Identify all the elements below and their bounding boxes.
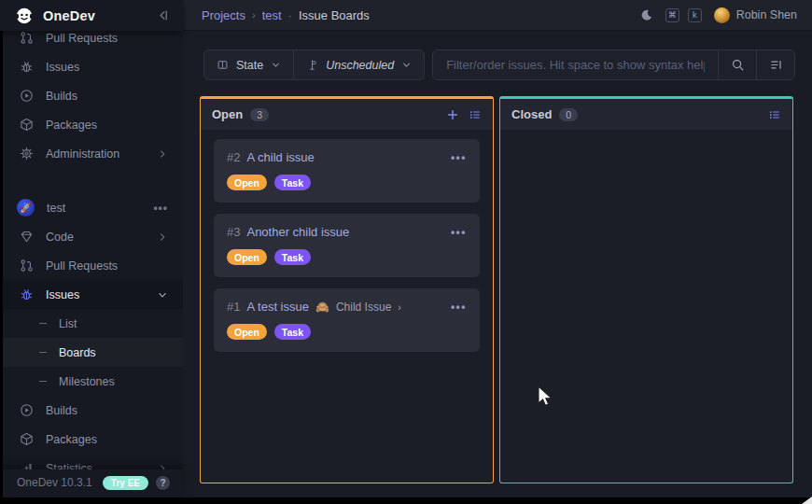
sidebar-item-label: List (59, 317, 77, 330)
sidebar-project-group: 🚀 test ••• Code Pull Requests Issues (0, 193, 183, 469)
chevron-down-icon (271, 60, 281, 70)
gear-icon (19, 147, 34, 161)
code-gem-icon (19, 230, 34, 244)
column-body-closed (500, 130, 792, 483)
column-list-icon[interactable] (768, 108, 781, 121)
sidebar-item-project-issues[interactable]: Issues (0, 280, 183, 309)
content: State Unscheduled (183, 31, 812, 497)
issue-card-2[interactable]: #2 A child issue ••• Open Task (214, 139, 480, 203)
sidebar-item-label: Code (46, 231, 74, 244)
sidebar-collapse-icon[interactable] (156, 8, 170, 22)
type-badge-task: Task (274, 249, 311, 265)
sidebar-item-issues-boards[interactable]: Boards (0, 338, 183, 367)
add-issue-icon[interactable] (446, 108, 459, 121)
sidebar-item-project-packages[interactable]: Packages (0, 425, 183, 454)
saved-queries-toggle-icon[interactable] (756, 50, 794, 79)
breadcrumb-test-link[interactable]: test (262, 8, 282, 22)
bug-icon (19, 60, 34, 74)
sidebar-item-label: test (47, 202, 65, 215)
issue-card-3[interactable]: #3 Another child issue ••• Open Task (214, 214, 480, 277)
search-button[interactable] (718, 50, 756, 79)
milestone-icon (306, 59, 318, 71)
sidebar-item-administration[interactable]: Administration (0, 139, 183, 168)
state-badge-open: Open (227, 175, 267, 190)
sidebar-header: OneDev (0, 0, 183, 31)
sidebar-item-label: Administration (46, 147, 119, 161)
issue-title-link[interactable]: A test issue (246, 300, 308, 314)
sidebar-item-label: Pull Requests (46, 259, 118, 273)
sidebar-item-issues[interactable]: Issues (0, 52, 183, 81)
stats-bars-icon (19, 461, 34, 469)
project-avatar: 🚀 (17, 199, 35, 217)
sidebar-item-project-statistics[interactable]: Statistics (0, 454, 183, 469)
corner-artifact (802, 497, 812, 504)
sidebar-item-label: Builds (46, 404, 77, 417)
avatar (714, 7, 730, 23)
sidebar-nav: Pull Requests Issues Builds Packages Adm… (0, 23, 183, 469)
sidebar-item-project-pull-requests[interactable]: Pull Requests (0, 251, 183, 280)
column-name: Closed (511, 107, 552, 121)
board-column-open: Open 3 #2 A child issue ••• (200, 96, 494, 483)
state-badge-open: Open (227, 249, 267, 265)
sidebar-item-project-builds[interactable]: Builds (0, 396, 183, 425)
state-dropdown[interactable]: State (204, 50, 293, 79)
chevron-down-icon (401, 60, 412, 70)
column-list-icon[interactable] (469, 108, 482, 121)
state-badge-open: Open (227, 324, 267, 340)
sidebar-item-label: Boards (59, 346, 96, 359)
sidebar-item-label: Packages (46, 433, 97, 446)
chevron-right-icon (157, 148, 168, 160)
type-badge-task: Task (274, 324, 311, 340)
sub-item-dash (39, 323, 47, 324)
board-column-closed: Closed 0 (499, 96, 793, 483)
card-menu-dots-icon[interactable]: ••• (451, 303, 467, 311)
column-header-closed: Closed 0 (500, 99, 792, 130)
sidebar-item-issues-list[interactable]: List (0, 309, 183, 338)
sub-item-dash (39, 352, 47, 353)
sidebar-item-packages[interactable]: Packages (0, 110, 183, 139)
milestone-dropdown[interactable]: Unscheduled (293, 50, 424, 79)
mouse-cursor (535, 385, 557, 407)
child-issue-link[interactable]: Child Issue (336, 301, 391, 314)
state-dropdown-label: State (236, 59, 263, 72)
user-menu[interactable]: Robin Shen (714, 7, 797, 23)
app-title: OneDev (43, 8, 156, 23)
pull-request-icon (19, 31, 34, 45)
help-icon[interactable]: ? (156, 476, 170, 490)
column-body-open: #2 A child issue ••• Open Task #3 (201, 130, 493, 483)
onedev-window: Pull Requests Issues Builds Packages Adm… (0, 0, 812, 497)
package-icon (19, 118, 34, 132)
sidebar-item-label: Packages (46, 119, 97, 132)
sidebar-item-issues-milestones[interactable]: Milestones (0, 367, 183, 396)
main-area: Projects › test · Issue Boards ⌘ k Robin… (183, 0, 812, 497)
sidebar-item-code[interactable]: Code (0, 222, 183, 251)
board-filter-group: State Unscheduled (203, 49, 425, 80)
sidebar-item-label: Pull Requests (46, 32, 118, 45)
columns-icon (217, 59, 229, 71)
dark-mode-moon-icon[interactable] (640, 8, 653, 21)
breadcrumb-projects-link[interactable]: Projects (202, 8, 245, 22)
issue-title-link[interactable]: A child issue (246, 150, 314, 164)
issue-ref: #2 (227, 150, 240, 164)
card-menu-dots-icon[interactable]: ••• (451, 154, 467, 161)
column-count-badge: 3 (250, 108, 269, 121)
package-icon (19, 432, 34, 446)
project-menu-dots-icon[interactable]: ••• (153, 202, 168, 215)
card-menu-dots-icon[interactable]: ••• (451, 229, 467, 236)
play-circle-icon (19, 403, 34, 417)
sub-item-dash (39, 381, 47, 382)
play-circle-icon (19, 89, 34, 103)
sidebar-footer: OneDev 10.3.1 Try EE ? (0, 469, 183, 497)
issue-filter-input[interactable] (433, 50, 718, 79)
topbar-right: ⌘ k Robin Shen (640, 7, 797, 23)
sidebar-item-project-test[interactable]: 🚀 test ••• (0, 193, 183, 222)
issue-title-link[interactable]: Another child issue (246, 225, 349, 239)
issue-card-1[interactable]: #1 A test issue 🙈 Child Issue › ••• Open… (214, 288, 480, 352)
sidebar-item-builds[interactable]: Builds (0, 81, 183, 110)
try-ee-badge[interactable]: Try EE (103, 476, 148, 490)
chevron-down-icon (157, 289, 168, 301)
issue-board: Open 3 #2 A child issue ••• (200, 96, 793, 483)
kbd-command-key: ⌘ (665, 8, 679, 22)
issue-ref: #3 (227, 225, 240, 239)
sidebar-item-label: Builds (46, 90, 77, 103)
